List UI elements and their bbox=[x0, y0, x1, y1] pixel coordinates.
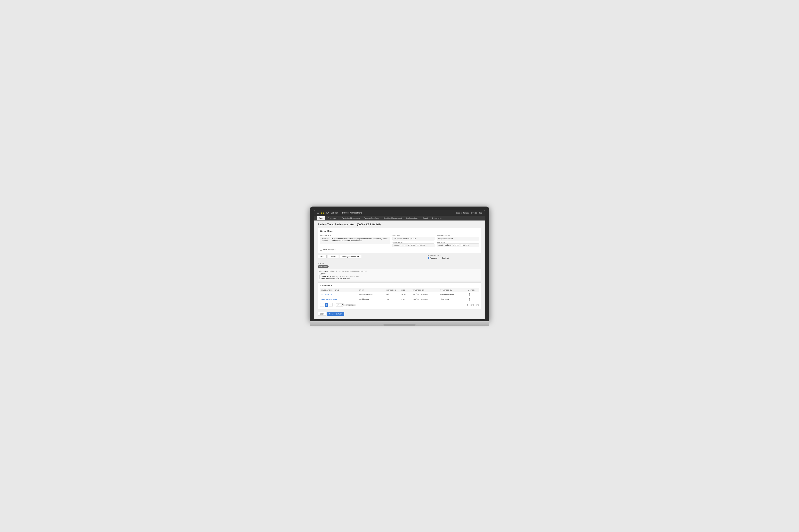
start-date-label: Start date bbox=[393, 241, 434, 243]
action-buttons-panel: Tasks Process View Questionnaire ▾ bbox=[317, 255, 425, 261]
row2-extension: .zip bbox=[386, 298, 401, 300]
per-page-label: items per page bbox=[344, 304, 356, 306]
table-header: File name/Link name Origin Extension Siz… bbox=[320, 288, 479, 292]
review-result-section: Review result Accepted Declined bbox=[428, 255, 482, 259]
view-questionnaire-button[interactable]: View Questionnaire ▾ bbox=[340, 255, 361, 259]
row1-filename[interactable]: AT return_2021 bbox=[321, 293, 359, 295]
row1-uploaded-on: 9/28/2022 9:38 AM bbox=[413, 293, 440, 295]
col-header-size: Size bbox=[401, 289, 413, 291]
row2-origin: Provide data bbox=[359, 298, 386, 300]
review-result-options: Accepted Declined bbox=[428, 257, 482, 259]
action-review-row: Tasks Process View Questionnaire ▾ Revie… bbox=[317, 255, 482, 261]
per-page-separator: | bbox=[334, 304, 335, 306]
table-row: Data_Income return Provide data .zip 3 K… bbox=[320, 297, 479, 302]
per-page-select[interactable]: 10 25 50 bbox=[336, 303, 344, 306]
help-link[interactable]: Help bbox=[478, 212, 482, 214]
row2-actions-button[interactable]: ⋮ bbox=[468, 298, 478, 301]
top-bar-left: ☰ EY EY Tax Suite | Process Management bbox=[317, 211, 362, 214]
row2-filename[interactable]: Data_Income return bbox=[321, 298, 359, 300]
read-description-checkbox[interactable] bbox=[320, 249, 322, 251]
row2-uploaded-by: Tilda Stark bbox=[440, 298, 468, 300]
attachments-section: Attachments File name/Link name Origin E… bbox=[317, 282, 482, 309]
laptop-base bbox=[310, 321, 489, 326]
tab-documents[interactable]: Documents bbox=[430, 216, 443, 220]
comment-block-main: Mustermann, Max (Review tax return) 02/0… bbox=[317, 269, 482, 281]
prev-page-btn[interactable]: ‹ bbox=[320, 303, 324, 307]
col-header-uploaded-on: Uploaded on bbox=[413, 289, 440, 291]
accepted-option[interactable]: Accepted bbox=[428, 257, 437, 259]
laptop-wrapper: ☰ EY EY Tax Suite | Process Management S… bbox=[310, 207, 489, 326]
row1-actions-button[interactable]: ⋮ bbox=[468, 293, 478, 296]
comment-header: Mustermann, Max (Review tax return) 02/0… bbox=[320, 270, 479, 272]
tab-export[interactable]: Export bbox=[421, 216, 430, 220]
attachments-title: Attachments bbox=[320, 285, 479, 287]
nav-separator: | bbox=[340, 212, 340, 214]
bottom-buttons: Back Change status ▾ bbox=[317, 311, 482, 317]
row1-origin: Prepare tax return bbox=[359, 293, 386, 295]
tab-processes[interactable]: Processes ▾ bbox=[326, 216, 340, 220]
process-button[interactable]: Process bbox=[328, 255, 339, 259]
accepted-radio[interactable] bbox=[428, 257, 429, 259]
table-row: AT return_2021 Prepare tax return pdf 26… bbox=[320, 292, 479, 297]
col-header-filename: File name/Link name bbox=[321, 289, 359, 291]
session-label: Session Timeout bbox=[456, 212, 469, 214]
tab-predefined-processes[interactable]: Predefined Processes bbox=[340, 216, 362, 220]
ey-logo: EY bbox=[321, 212, 324, 214]
comment-approved-label: Approved bbox=[320, 272, 479, 274]
hamburger-icon[interactable]: ☰ bbox=[317, 211, 319, 214]
sub-comment-meta: Provide data 02/17/2022 4:45:41 AM) bbox=[332, 276, 359, 277]
page-title: Review Task: Review tax return (0008 - A… bbox=[317, 223, 482, 226]
due-date-label: Due date bbox=[437, 241, 479, 243]
declined-label: Declined bbox=[442, 257, 449, 259]
accepted-label: Accepted bbox=[430, 257, 437, 259]
comment-meta: (Review tax return) 02/05/2022 2:24:26 P… bbox=[336, 270, 367, 272]
app-container: ☰ EY EY Tax Suite | Process Management S… bbox=[314, 210, 485, 319]
col-header-actions: Actions bbox=[468, 289, 478, 291]
col-header-extension: Extension bbox=[386, 289, 401, 291]
row1-uploaded-by: Max Mustermann bbox=[440, 293, 468, 295]
status-label-row: Status bbox=[317, 262, 482, 264]
screen-bezel: ☰ EY EY Tax Suite | Process Management S… bbox=[310, 207, 489, 321]
page-1-btn[interactable]: 1 bbox=[325, 303, 328, 307]
status-comments-area: Status Completed Mustermann, Max (Review… bbox=[317, 262, 482, 281]
laptop-screen: ☰ EY EY Tax Suite | Process Management S… bbox=[314, 210, 485, 319]
description-field-group: Description Review the PE questionnaire … bbox=[320, 235, 390, 247]
declined-radio[interactable] bbox=[440, 257, 441, 259]
predecessors-label: Predecessors bbox=[437, 235, 479, 236]
description-value: Review the PE questionnaire as well as t… bbox=[320, 237, 390, 244]
comment-author: Mustermann, Max bbox=[320, 270, 334, 272]
description-label: Description bbox=[320, 235, 390, 236]
process-management-label: Process Management bbox=[342, 212, 362, 214]
change-status-button[interactable]: Change status ▾ bbox=[327, 312, 344, 316]
general-data-section: General Data Description Review the PE q… bbox=[317, 228, 482, 253]
section-title-general: General Data bbox=[320, 230, 479, 233]
pagination-controls: ‹ 1 › | 10 25 50 items per page bbox=[320, 303, 356, 307]
read-description-row: Read description bbox=[320, 249, 479, 251]
action-buttons-row: Tasks Process View Questionnaire ▾ bbox=[317, 255, 425, 259]
predecessors-duedate-group: Predecessors Prepare tax return Due date… bbox=[437, 235, 479, 247]
fields-row-main: Description Review the PE questionnaire … bbox=[320, 235, 479, 247]
tab-configuration[interactable]: Configuration ▾ bbox=[404, 216, 420, 220]
app-title: EY Tax Suite bbox=[326, 212, 338, 214]
row2-size: 3 KB bbox=[401, 298, 413, 300]
process-predecessors-group: Process AT Income Tax Return 2021 Start … bbox=[393, 235, 434, 247]
back-button[interactable]: Back bbox=[317, 312, 326, 316]
session-timer: 2:30:08 bbox=[471, 212, 477, 214]
row1-extension: pdf bbox=[386, 293, 401, 295]
top-nav-bar: ☰ EY EY Tax Suite | Process Management S… bbox=[314, 210, 485, 216]
total-items-label: 1 - 2 of 2 items bbox=[467, 304, 479, 306]
tasks-button[interactable]: Tasks bbox=[317, 255, 327, 259]
start-date-value: Monday, January 18, 2022 1:00:00 AM bbox=[393, 244, 434, 247]
row2-uploaded-on: 2/17/2022 9:48 AM bbox=[413, 298, 440, 300]
tab-process-templates[interactable]: Process Templates bbox=[362, 216, 381, 220]
content-area: Review Task: Review tax return (0008 - A… bbox=[314, 221, 485, 319]
status-field-label: Status bbox=[317, 262, 324, 264]
process-value: AT Income Tax Return 2021 bbox=[393, 237, 434, 241]
row1-size: 26 KB bbox=[401, 293, 413, 295]
sub-comment-text: Data provided - zip-file file attached. bbox=[321, 278, 479, 279]
next-page-btn[interactable]: › bbox=[329, 303, 332, 307]
sub-comment-author: Stark, Tilda bbox=[321, 276, 331, 278]
tab-tasks[interactable]: Tasks bbox=[317, 216, 325, 220]
tab-deadline-management[interactable]: Deadline Management bbox=[382, 216, 404, 220]
declined-option[interactable]: Declined bbox=[440, 257, 449, 259]
